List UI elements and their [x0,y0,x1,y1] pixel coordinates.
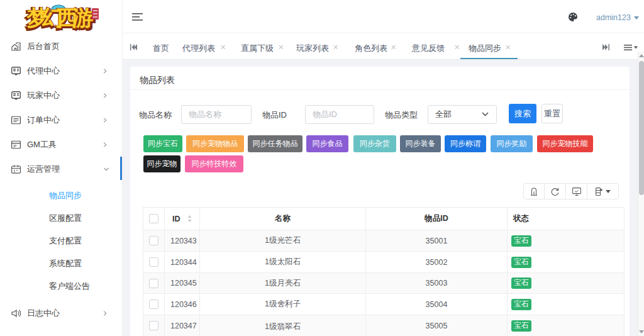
svg-text:梦幻西游: 梦幻西游 [26,6,94,30]
